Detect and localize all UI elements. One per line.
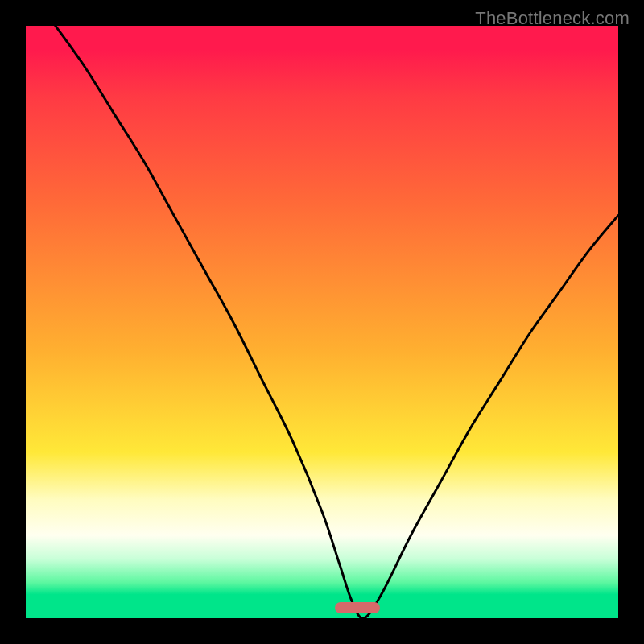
plot-area [26,26,618,618]
minimum-marker [335,602,380,613]
watermark-text: TheBottleneck.com [475,8,630,29]
bottleneck-curve [26,26,618,618]
chart-frame: TheBottleneck.com [0,0,644,644]
